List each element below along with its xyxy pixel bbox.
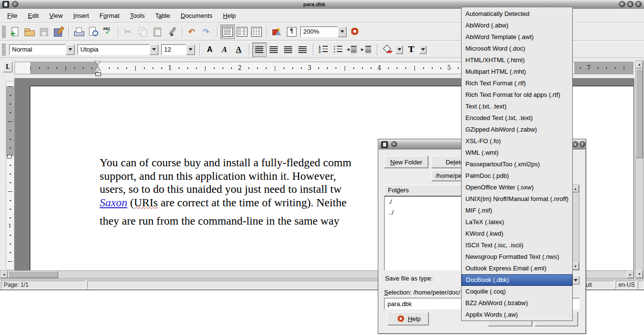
vertical-scrollbar[interactable]: ▴ ▾ (635, 60, 644, 279)
format-option[interactable]: Encoded Text (.txt, .text) (462, 112, 572, 124)
format-option[interactable]: Text (.txt, .text) (462, 101, 572, 112)
vscroll-thumb[interactable] (636, 69, 643, 158)
menu-tools[interactable]: Tools (125, 9, 150, 22)
scroll-right-icon[interactable]: ▸ (627, 271, 634, 278)
close-button[interactable]: / (635, 1, 642, 7)
format-option[interactable]: Multipart HTML (.mht) (462, 66, 572, 78)
folders-scroll-up-icon[interactable]: ▴ (572, 185, 579, 192)
save-button[interactable] (37, 25, 51, 39)
format-option[interactable]: GZipped AbiWord (.zabw) (462, 124, 572, 135)
save-as-button[interactable] (51, 25, 65, 39)
toolbar-handle[interactable] (2, 26, 6, 38)
left-indent-marker[interactable] (94, 67, 101, 71)
dialog-close-button[interactable]: / (580, 141, 585, 147)
dialog-maximize-button[interactable]: ▴ (572, 141, 578, 147)
menu-insert[interactable]: Insert (68, 9, 94, 22)
shade-button[interactable]: ▾ (619, 1, 625, 7)
view-3col-button[interactable] (249, 25, 264, 39)
menu-format[interactable]: Format (94, 9, 125, 22)
size-combo-value[interactable]: 12 (161, 44, 186, 55)
align-center-button[interactable] (267, 42, 281, 57)
hyperlink[interactable]: Saxon (100, 196, 127, 209)
insert-image-button[interactable] (270, 25, 284, 39)
format-option[interactable]: AbiWord Template (.awt) (462, 31, 572, 43)
view-2col-button[interactable] (235, 25, 249, 39)
format-option[interactable]: Applix Words (.aw) (462, 309, 572, 321)
new-document-button[interactable] (8, 25, 22, 39)
format-option[interactable]: Automatically Detected (462, 8, 572, 20)
format-option[interactable]: XSL-FO (.fo) (462, 135, 572, 147)
indent-box-marker[interactable] (95, 72, 101, 76)
format-option[interactable]: UNIX(tm) Nroff/Manual format (.nroff) (462, 193, 572, 205)
zoom-combo-value[interactable]: 200% (300, 27, 338, 37)
format-option[interactable]: BZ2 AbiWord (.bzabw) (462, 297, 572, 309)
format-option[interactable]: Newsgroup Formatted Text (.nws) (462, 251, 572, 263)
format-option[interactable]: Rich Text Format (.rtf) (462, 78, 572, 89)
print-button[interactable] (72, 25, 86, 39)
bullet-list-button[interactable] (331, 42, 345, 57)
align-left-button[interactable] (252, 42, 267, 57)
pilcrow-button[interactable] (284, 25, 299, 39)
font-combo[interactable]: Utopia (77, 44, 158, 55)
format-option[interactable]: Coquille (.coq) (462, 286, 572, 297)
new-folder-button[interactable]: New Folder (384, 156, 428, 168)
document-text[interactable]: You can of course buy and install a full… (100, 156, 351, 228)
size-combo-arrow-icon[interactable] (186, 44, 195, 55)
size-combo[interactable]: 12 (161, 44, 195, 55)
italic-button[interactable] (217, 42, 232, 57)
format-option[interactable]: LaTeX (.latex) (462, 216, 572, 228)
format-option[interactable]: Rich Text Format for old apps (.rtf) (462, 89, 572, 101)
format-option[interactable]: KWord (.kwd) (462, 228, 572, 240)
help-button[interactable]: Help (387, 312, 429, 325)
redo-button[interactable] (200, 25, 214, 39)
align-right-button[interactable] (281, 42, 296, 57)
unindent-button[interactable] (345, 42, 360, 57)
spellcheck-button[interactable] (101, 25, 115, 39)
menu-file[interactable]: File (2, 9, 23, 22)
font-color-button[interactable] (404, 42, 418, 57)
dialog-menu-button[interactable]: - (391, 141, 397, 147)
menu-edit[interactable]: Edit (23, 9, 44, 22)
copy-button[interactable] (136, 25, 150, 39)
format-option[interactable]: PalmDoc (.pdb) (462, 170, 572, 182)
print-preview-button[interactable] (86, 25, 101, 39)
window-menu-button[interactable]: - (12, 1, 18, 7)
cut-button[interactable] (121, 25, 136, 39)
menu-view[interactable]: View (44, 9, 68, 22)
format-option[interactable]: ISCII Text (.isc, .iscii) (462, 240, 572, 251)
format-option[interactable]: WML (.wml) (462, 147, 572, 159)
undo-button[interactable] (185, 25, 200, 39)
top-margin-marker[interactable] (7, 155, 12, 159)
toolbar-handle[interactable] (2, 43, 6, 56)
style-combo[interactable]: Normal (9, 44, 75, 55)
menu-documents[interactable]: Documents (176, 9, 218, 22)
maximize-button[interactable]: ▴ (627, 1, 633, 7)
format-option[interactable]: HTML/XHTML (.html) (462, 54, 572, 66)
style-combo-value[interactable]: Normal (9, 44, 66, 55)
format-option-selected[interactable]: DocBook (.dbk) (462, 274, 572, 286)
indent-button[interactable] (360, 42, 374, 57)
format-option[interactable]: AbiWord (.abw) (462, 20, 572, 31)
paste-button[interactable] (150, 25, 165, 39)
format-option[interactable]: Outlook Express Email (.eml) (462, 263, 572, 274)
scroll-left-icon[interactable]: ◂ (0, 271, 8, 278)
scroll-up-icon[interactable]: ▴ (636, 61, 643, 68)
bold-button[interactable] (203, 42, 217, 57)
view-normal-button[interactable] (220, 25, 235, 39)
dropdown-arrow-icon[interactable] (419, 45, 426, 54)
format-option[interactable]: PassepartoutToo (.xml2ps) (462, 159, 572, 170)
scroll-down-icon[interactable]: ▾ (636, 270, 643, 278)
underline-button[interactable] (232, 42, 246, 57)
format-option[interactable]: OpenOffice Writer (.sxw) (462, 182, 572, 193)
zoom-combo[interactable]: 200% (300, 27, 347, 37)
font-combo-arrow-icon[interactable] (150, 44, 158, 55)
hscroll-thumb[interactable] (8, 271, 58, 278)
tab-stop-selector[interactable]: L (3, 62, 13, 72)
menu-help[interactable]: Help (218, 9, 241, 22)
format-option[interactable]: MIF (.mif) (462, 205, 572, 216)
open-folder-button[interactable] (22, 25, 37, 39)
help-buoy-button[interactable] (348, 25, 362, 39)
highlight-button[interactable] (380, 42, 395, 57)
align-justify-button[interactable] (296, 42, 310, 57)
dropdown-arrow-icon[interactable] (396, 45, 403, 54)
